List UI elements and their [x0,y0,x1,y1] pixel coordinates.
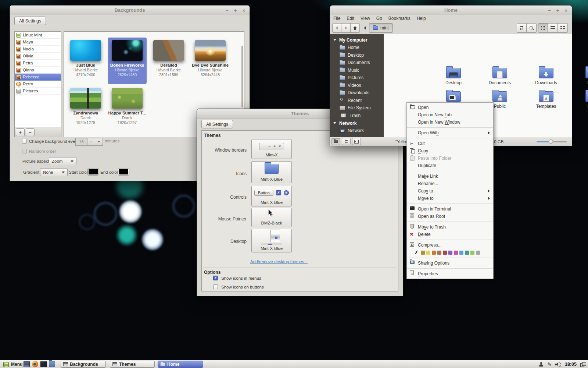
add-remove-themes-link[interactable]: Add/remove desktop themes... [235,259,323,264]
menu-item-compress[interactable]: Compress... [407,241,493,249]
sidebar-item-recent[interactable]: Recent [330,97,384,105]
file-documents[interactable]: Documents [480,66,520,88]
show-desktop-icon[interactable] [24,361,30,367]
menu-item-move-to-trash[interactable]: Move to Trash [407,223,493,231]
folder-color-swatch-8[interactable] [465,251,469,255]
list-view-button[interactable] [548,23,558,33]
volume-tray-icon[interactable] [555,362,561,367]
maximize-button[interactable]: + [556,8,559,13]
up-button[interactable] [351,23,360,33]
menu-item-copy-to[interactable]: Copy to [407,187,493,195]
window-borders-picker[interactable]: − + × Mint-X [251,139,292,159]
sidebar-item-videos[interactable]: Videos [330,82,384,89]
user-tray-icon[interactable] [539,362,544,367]
home-titlebar[interactable]: Home − + × [330,6,572,15]
backgrounds-titlebar[interactable]: Backgrounds − + × [10,6,250,15]
interval-value[interactable]: 15 [75,138,87,146]
menu-item-copy[interactable]: Copy [407,147,493,155]
folder-color-swatch-5[interactable] [448,251,452,255]
end-color-button[interactable] [118,168,129,176]
menu-bookmarks[interactable]: Bookmarks [388,16,410,21]
menu-edit[interactable]: Edit [347,16,354,21]
menu-item-open[interactable]: Open [407,104,493,111]
folder-color-swatch-1[interactable] [426,251,430,255]
compact-view-button[interactable] [558,23,568,33]
scrollbar[interactable] [241,46,243,107]
zoom-slider-knob[interactable] [549,139,553,144]
sidebar-section-network[interactable]: Network [330,119,384,127]
menu-item-rename[interactable]: Rename... [407,180,493,187]
sidebar-item-file-system[interactable]: File System [330,104,384,112]
pathbar-scroll-left-button[interactable] [362,25,368,31]
start-color-button[interactable] [87,168,99,176]
all-settings-button[interactable]: All Settings [14,17,46,25]
add-category-button[interactable]: + [16,128,25,136]
spin-increment-button[interactable]: + [95,138,103,146]
folder-color-swatch-0[interactable] [421,251,425,255]
backgrounds-category-retro[interactable]: Retro [15,81,61,88]
minimize-button[interactable]: − [548,8,551,13]
folder-color-swatch-7[interactable] [459,251,463,255]
random-order-checkbox[interactable] [22,149,27,153]
change-background-checkbox[interactable] [22,139,27,144]
files-icon[interactable] [49,361,55,367]
menu-item-properties[interactable]: Properties [407,270,493,277]
toggle-location-entry-button[interactable] [517,23,527,33]
folder-color-swatch-2[interactable] [432,251,436,255]
show-icons-on-buttons-checkbox[interactable] [213,284,218,289]
maximize-button[interactable]: + [234,8,237,13]
hide-sidebar-button[interactable] [352,138,361,145]
sidebar-item-pictures[interactable]: Pictures [330,74,384,82]
menu-item-sharing-options[interactable]: Sharing Options [407,259,493,267]
wallpaper-zyndranowa[interactable]: ZyndranowaDarek1920x1278 [66,85,105,132]
menu-item-cut[interactable]: Cut [407,140,493,147]
all-settings-button[interactable]: All Settings [201,120,233,128]
sidebar-section-my-computer[interactable]: My Computer [330,36,384,44]
backgrounds-category-qiana[interactable]: Qiana [15,67,61,74]
menu-button[interactable]: Menu [2,361,24,368]
sidebar-item-desktop[interactable]: Desktop [330,52,384,59]
file-videos[interactable]: Videos [573,89,588,112]
workspace-switcher-icon[interactable] [580,362,586,367]
menu-file[interactable]: File [333,16,340,21]
option-show-icons-in-menus[interactable]: Show icons in menus [213,276,261,280]
menu-item-delete[interactable]: Delete [407,231,493,238]
wallpaper-derailed[interactable]: DerailedHåvard Bjerke2801x1589 [149,38,188,84]
menu-item-move-to[interactable]: Move to [407,195,493,202]
menu-item-open-with[interactable]: Open With [407,129,493,137]
show-treeview-button[interactable] [342,138,351,145]
backgrounds-category-olivia[interactable]: Olivia [15,53,61,60]
sidebar-item-documents[interactable]: Documents [330,59,384,67]
option-show-icons-on-buttons[interactable]: Show icons on buttons [213,284,264,289]
edit-tray-icon[interactable] [547,361,552,368]
zoom-slider[interactable] [537,141,567,142]
sidebar-item-network[interactable]: Network [330,127,384,135]
wallpaper-happy-summer-t[interactable]: Happy Summer T...Darek1920x1297 [108,85,147,132]
taskbar-window-home[interactable]: Home [158,361,203,368]
backgrounds-category-maya[interactable]: Maya [15,39,61,46]
spin-decrement-button[interactable]: − [87,138,95,146]
terminal-icon[interactable] [40,361,47,367]
file-templates[interactable]: aTemplates [526,89,566,112]
firefox-icon[interactable] [32,361,38,367]
menu-view[interactable]: View [361,16,370,21]
clear-color-button[interactable]: ✗ [415,250,418,255]
back-button[interactable] [332,23,341,33]
backgrounds-category-rebecca[interactable]: Rebecca [15,74,61,81]
wallpaper-just-blue[interactable]: Just BlueHåvard Bjerke4270x2400 [66,38,105,84]
folder-color-swatch-4[interactable] [443,251,447,255]
show-icons-in-menus-checkbox[interactable] [213,276,218,280]
icon-view-button[interactable] [538,23,548,33]
folder-color-swatch-10[interactable] [476,251,480,255]
picture-aspect-select[interactable]: Zoom [49,157,76,165]
wallpaper-bokeh-fireworks[interactable]: Bokeh FireworksHåvard Bjerke2629x1480 [108,38,147,84]
controls-picker[interactable]: Button ✗ Mint-X-Blue [251,186,292,206]
sidebar-item-home[interactable]: Home [330,44,384,52]
gradient-select[interactable]: None [40,168,68,176]
close-button[interactable]: × [242,8,245,13]
search-button[interactable] [527,23,537,33]
sidebar-item-music[interactable]: Music [330,67,384,74]
file-music[interactable]: ♪Music [573,66,588,88]
menu-item-open-in-new-window[interactable]: Open in New Window [407,118,493,126]
menu-help[interactable]: Help [417,16,426,21]
